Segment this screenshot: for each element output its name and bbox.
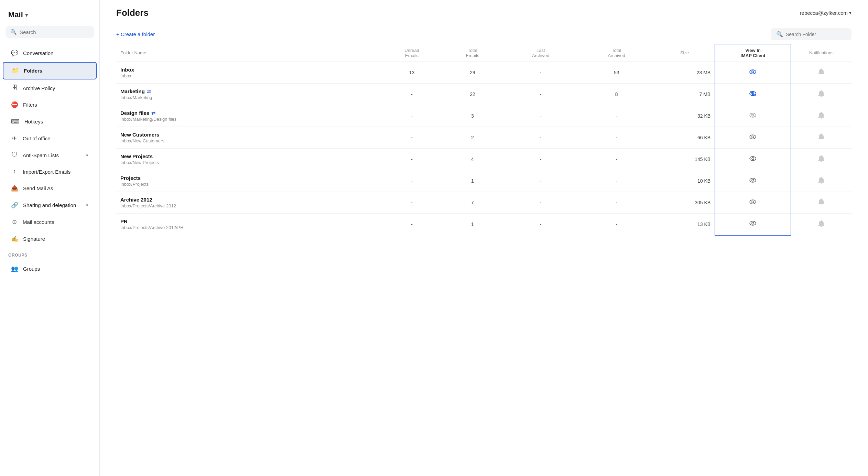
imap-toggle-button[interactable] bbox=[748, 111, 758, 121]
app-title-text: Mail bbox=[8, 10, 23, 19]
sidebar-item-send-mail-as[interactable]: 📤 Send Mail As bbox=[3, 180, 97, 196]
imap-toggle-button[interactable] bbox=[748, 89, 758, 99]
folder-name-cell: New Projects Inbox/New Projects bbox=[116, 149, 381, 170]
sidebar-item-archive-policy[interactable]: 🗄 Archive Policy bbox=[3, 80, 97, 96]
total-archived-cell: 53 bbox=[578, 62, 654, 84]
folders-table-container: Folder Name UnreadEmails TotalEmails Las… bbox=[100, 44, 868, 476]
unread-emails-cell: - bbox=[381, 214, 442, 235]
total-archived-cell: - bbox=[578, 214, 654, 235]
svg-point-13 bbox=[752, 179, 754, 181]
sidebar-search-box[interactable]: 🔍 bbox=[6, 26, 94, 38]
svg-point-11 bbox=[752, 158, 754, 160]
last-archived-cell: - bbox=[503, 105, 578, 127]
sidebar-search-input[interactable] bbox=[20, 29, 89, 35]
imap-toggle-button[interactable] bbox=[748, 198, 758, 208]
out-of-office-icon: ✈ bbox=[11, 135, 18, 142]
col-header-size: Size bbox=[654, 44, 715, 62]
anti-spam-icon: 🛡 bbox=[11, 152, 18, 159]
folder-name-cell: Design files ⇄ Inbox/Marketing/Design fi… bbox=[116, 105, 381, 127]
last-archived-cell: - bbox=[503, 214, 578, 235]
sidebar-item-sharing-delegation[interactable]: 🔗 Sharing and delegation ▾ bbox=[3, 197, 97, 213]
col-header-total-archived: TotalArchived bbox=[578, 44, 654, 62]
notification-bell-button[interactable] bbox=[817, 110, 826, 122]
imap-cell bbox=[715, 192, 791, 214]
unread-emails-cell: - bbox=[381, 170, 442, 192]
svg-point-16 bbox=[750, 221, 756, 225]
imap-cell bbox=[715, 62, 791, 84]
imap-cell bbox=[715, 170, 791, 192]
sidebar-item-signature[interactable]: ✍ Signature bbox=[3, 231, 97, 247]
sidebar-item-groups[interactable]: 👥 Groups bbox=[3, 261, 97, 277]
folders-table: Folder Name UnreadEmails TotalEmails Las… bbox=[116, 44, 851, 236]
sidebar-item-label: Folders bbox=[24, 68, 42, 74]
notification-bell-button[interactable] bbox=[817, 197, 826, 208]
folder-name-cell: New Customers Inbox/New Customers bbox=[116, 127, 381, 149]
total-archived-cell: - bbox=[578, 192, 654, 214]
sidebar-item-conversation[interactable]: 💬 Conversation bbox=[3, 45, 97, 61]
size-cell: 32 KB bbox=[654, 105, 715, 127]
notification-bell-button[interactable] bbox=[817, 89, 826, 100]
imap-toggle-button[interactable] bbox=[748, 176, 758, 186]
svg-point-1 bbox=[752, 71, 754, 73]
notification-bell-button[interactable] bbox=[817, 154, 826, 165]
sidebar-item-hotkeys[interactable]: ⌨ Hotkeys bbox=[3, 113, 97, 130]
size-cell: 145 KB bbox=[654, 149, 715, 170]
sharing-expand-icon: ▾ bbox=[86, 203, 88, 208]
folder-path: Inbox/Marketing/Design files bbox=[120, 117, 377, 122]
sidebar-item-filters[interactable]: ⛔ Filters bbox=[3, 97, 97, 113]
page-title: Folders bbox=[116, 8, 149, 18]
imap-cell bbox=[715, 149, 791, 170]
notification-bell-button[interactable] bbox=[817, 67, 826, 78]
folder-name: Archive 2012 bbox=[120, 197, 377, 203]
app-title[interactable]: Mail ▾ bbox=[0, 7, 99, 26]
imap-toggle-button[interactable] bbox=[748, 219, 758, 229]
search-folder-input[interactable] bbox=[786, 32, 846, 37]
unread-emails-cell: - bbox=[381, 127, 442, 149]
folder-path: Inbox bbox=[120, 73, 377, 78]
imap-toggle-button[interactable] bbox=[748, 133, 758, 143]
folder-name-cell: Marketing ⇄ Inbox/Marketing bbox=[116, 84, 381, 105]
total-emails-cell: 4 bbox=[442, 149, 503, 170]
sharing-icon: 🔗 bbox=[11, 202, 18, 209]
notification-cell bbox=[791, 170, 851, 192]
sidebar-item-import-export[interactable]: ↕ Import/Export Emails bbox=[3, 164, 97, 180]
sidebar-item-folders[interactable]: 📁 Folders bbox=[3, 62, 97, 79]
total-emails-cell: 1 bbox=[442, 170, 503, 192]
notification-cell bbox=[791, 149, 851, 170]
hotkeys-icon: ⌨ bbox=[11, 118, 20, 125]
last-archived-cell: - bbox=[503, 170, 578, 192]
folder-name: PR bbox=[120, 218, 377, 224]
col-header-last-archived: LastArchived bbox=[503, 44, 578, 62]
imap-toggle-button[interactable] bbox=[748, 154, 758, 164]
sidebar-item-label: Anti-Spam Lists bbox=[23, 152, 59, 158]
size-cell: 66 KB bbox=[654, 127, 715, 149]
sidebar-item-anti-spam[interactable]: 🛡 Anti-Spam Lists ▾ bbox=[3, 147, 97, 163]
mail-accounts-icon: ⊙ bbox=[11, 218, 18, 226]
table-row: Inbox Inbox 13 29 - 53 23 MB bbox=[116, 62, 851, 84]
sidebar-item-label: Conversation bbox=[23, 50, 53, 56]
sidebar-item-out-of-office[interactable]: ✈ Out of office bbox=[3, 130, 97, 147]
notification-bell-button[interactable] bbox=[817, 175, 826, 187]
folder-path: Inbox/New Projects bbox=[120, 160, 377, 165]
folder-path: Inbox/Projects bbox=[120, 182, 377, 187]
user-email-dropdown[interactable]: rebecca@zylker.com ▾ bbox=[800, 10, 851, 16]
folder-path: Inbox/New Customers bbox=[120, 138, 377, 143]
notification-cell bbox=[791, 214, 851, 235]
imap-cell bbox=[715, 84, 791, 105]
create-folder-button[interactable]: + Create a folder bbox=[116, 31, 155, 37]
svg-point-17 bbox=[752, 222, 754, 224]
search-folder-box[interactable]: 🔍 bbox=[771, 28, 851, 40]
imap-toggle-button[interactable] bbox=[748, 68, 758, 78]
last-archived-cell: - bbox=[503, 84, 578, 105]
share-icon: ⇄ bbox=[151, 110, 155, 116]
app-title-chevron-icon: ▾ bbox=[25, 12, 28, 18]
notification-bell-button[interactable] bbox=[817, 219, 826, 230]
sidebar-item-mail-accounts[interactable]: ⊙ Mail accounts bbox=[3, 214, 97, 230]
folder-name: Inbox bbox=[120, 67, 377, 73]
svg-point-9 bbox=[752, 136, 754, 138]
notification-bell-button[interactable] bbox=[817, 132, 826, 143]
last-archived-cell: - bbox=[503, 149, 578, 170]
import-export-icon: ↕ bbox=[11, 168, 18, 175]
total-emails-cell: 3 bbox=[442, 105, 503, 127]
sidebar-item-label: Archive Policy bbox=[23, 85, 55, 91]
